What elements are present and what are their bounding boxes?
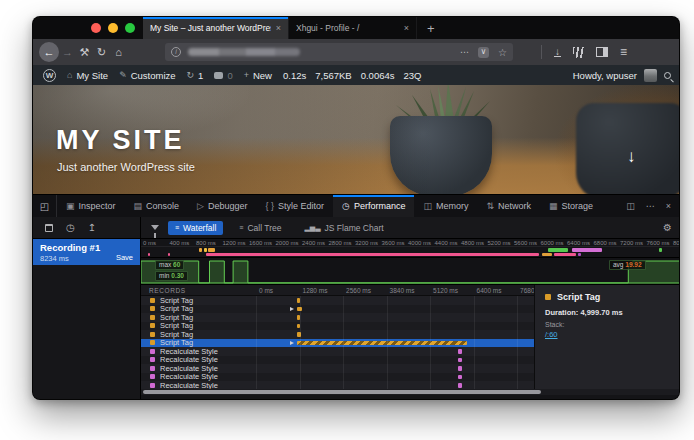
waterfall-bar[interactable] xyxy=(297,341,467,346)
framerate-polyline xyxy=(141,261,680,283)
overview-marker xyxy=(542,253,552,257)
minimize-window-button[interactable] xyxy=(108,23,118,33)
record-label: Recalculate Style xyxy=(160,381,218,389)
traffic-lights[interactable] xyxy=(33,17,143,39)
performance-toolbar: ≡ Waterfall ≡ Call Tree ▂▅▃ JS Flame Cha… xyxy=(141,217,680,239)
waterfall-gridline xyxy=(430,296,431,389)
performance-view-tab[interactable]: ≡ Waterfall xyxy=(168,221,223,235)
sidebar-toggle-icon[interactable] xyxy=(596,47,608,57)
reload-button[interactable]: ↻ xyxy=(93,46,110,59)
overview-tick-label: 4000 ms xyxy=(408,240,431,246)
search-icon[interactable] xyxy=(664,72,671,79)
recalculate-style-icon xyxy=(150,374,155,379)
overview-marker xyxy=(168,253,170,257)
query-monitor-stats[interactable]: 0.12s7,567KB0.0064s23Q xyxy=(283,70,421,81)
devtools-tab[interactable]: ◫ Memory xyxy=(414,195,477,217)
waterfall-bar[interactable] xyxy=(458,366,462,371)
fps-min-label: min 0.30 xyxy=(155,271,188,281)
adminbar-updates[interactable]: ↻ 1 xyxy=(187,70,204,81)
overview-tick-label: 7600 ms xyxy=(647,240,670,246)
performance-view-tab[interactable]: ▂▅▃ JS Flame Chart xyxy=(297,221,390,235)
tools-icon[interactable]: ⚒ xyxy=(76,46,93,59)
expander-arrow-icon[interactable] xyxy=(290,341,296,345)
tab-close-icon[interactable]: × xyxy=(276,23,281,33)
forward-button[interactable]: → xyxy=(59,46,76,58)
url-bar[interactable]: i ⋯ ∨ ☆ xyxy=(165,43,513,61)
overview-tick-label: 1600 ms xyxy=(249,240,272,246)
scrollbar-thumb[interactable] xyxy=(143,390,541,394)
devtools-tab[interactable]: ◷ Performance xyxy=(333,195,414,217)
clear-recordings-icon[interactable] xyxy=(45,224,53,232)
waterfall-bar[interactable] xyxy=(458,349,462,354)
waterfall-bar[interactable] xyxy=(458,375,462,380)
devtools-tab[interactable]: ▤ Console xyxy=(125,195,189,217)
devtools-more-icon[interactable]: ⋯ xyxy=(646,201,655,211)
pocket-icon[interactable]: ∨ xyxy=(478,47,489,58)
gear-icon[interactable]: ⚙ xyxy=(663,222,672,233)
overview-tick-label: 6800 ms xyxy=(594,240,617,246)
recalculate-style-icon xyxy=(150,357,155,362)
zoom-window-button[interactable] xyxy=(125,23,135,33)
waterfall-bar[interactable] xyxy=(458,383,462,388)
devtools-tab[interactable]: ⇅ Network xyxy=(478,195,541,217)
browser-tab[interactable]: Xhgui - Profile - / × xyxy=(289,17,417,39)
page-actions-icon[interactable]: ⋯ xyxy=(460,47,469,57)
new-tab-button[interactable]: + xyxy=(417,17,445,39)
recording-item[interactable]: Recording #1 8234 ms Save xyxy=(33,239,140,265)
user-avatar[interactable] xyxy=(644,69,657,82)
home-button[interactable]: ⌂ xyxy=(110,46,127,58)
adminbar-my-site[interactable]: ⌂ My Site xyxy=(67,70,108,81)
overview-marker xyxy=(206,253,539,257)
overview-tick-label: 5600 ms xyxy=(514,240,537,246)
pick-element-icon[interactable]: ◰ xyxy=(33,195,57,217)
overview-marker xyxy=(554,253,576,257)
overview-ruler: 0 ms400 ms800 ms1200 ms1600 ms2000 ms240… xyxy=(141,239,680,247)
back-button[interactable]: ← xyxy=(39,42,59,62)
adminbar-new[interactable]: + New xyxy=(244,70,272,81)
downloads-icon[interactable]: ↓ xyxy=(554,47,561,57)
devtools-tab[interactable]: ▷ Debugger xyxy=(188,195,256,217)
overview-tick-label: 8000 ms xyxy=(673,240,680,246)
script-tag-icon xyxy=(150,298,155,303)
howdy-user[interactable]: Howdy, wpuser xyxy=(573,70,637,81)
import-recording-icon[interactable]: ↥ xyxy=(88,222,96,233)
view-tab-icon: ≡ xyxy=(239,224,243,231)
overview-tick-label: 3200 ms xyxy=(355,240,378,246)
tab-close-icon[interactable]: × xyxy=(404,23,409,33)
overview-tick-label: 7200 ms xyxy=(620,240,643,246)
waterfall-tick-label: 1280 ms xyxy=(303,287,328,294)
site-info-icon[interactable]: i xyxy=(171,47,181,57)
save-recording-link[interactable]: Save xyxy=(116,253,133,262)
framerate-graph[interactable]: max 60 min 0.30 avg 19.92 xyxy=(141,257,680,285)
record-clock-icon[interactable]: ◷ xyxy=(66,222,75,233)
browser-tab[interactable]: My Site – Just another WordPress s × xyxy=(143,17,289,39)
devtools-close-icon[interactable]: × xyxy=(666,201,671,211)
dock-icon[interactable]: ◫ xyxy=(626,201,635,211)
updates-icon: ↻ xyxy=(187,70,195,80)
waterfall-bar[interactable] xyxy=(458,358,462,363)
devtools-tab[interactable]: { } Style Editor xyxy=(257,195,334,217)
adminbar-customize[interactable]: ✎ Customize xyxy=(119,70,175,81)
expander-arrow-icon[interactable] xyxy=(290,307,296,311)
overview-tick-label: 2400 ms xyxy=(302,240,325,246)
waterfall-gridline xyxy=(300,296,301,389)
filter-icon[interactable] xyxy=(151,225,159,230)
stat-value: 0.12s xyxy=(283,70,306,81)
adminbar-comments[interactable]: 0 xyxy=(214,70,232,81)
detail-duration: Duration: 4,999.70 ms xyxy=(545,308,680,317)
wordpress-logo-icon[interactable]: W xyxy=(43,69,56,82)
devtools-tab[interactable]: ▣ Inspector xyxy=(57,195,125,217)
url-text-blurred xyxy=(188,48,300,56)
bookmark-star-icon[interactable]: ☆ xyxy=(498,47,507,58)
menu-icon[interactable]: ≡ xyxy=(620,45,627,59)
library-icon[interactable] xyxy=(573,47,584,58)
devtools-toolbox-tabbar: ◰ ▣ Inspector ▤ Console ▷ Debugger xyxy=(33,194,680,217)
scroll-down-arrow[interactable]: ↓ xyxy=(627,147,636,167)
devtools-tab[interactable]: ▦ Storage xyxy=(540,195,602,217)
performance-view-tab[interactable]: ≡ Call Tree xyxy=(232,221,288,235)
devtools-tab-icon: ◷ xyxy=(342,201,350,211)
overview-markers-track[interactable] xyxy=(141,247,680,257)
close-window-button[interactable] xyxy=(91,23,101,33)
overview-tick-label: 5200 ms xyxy=(488,240,511,246)
stack-frame-link[interactable]: /:60 xyxy=(545,330,680,339)
